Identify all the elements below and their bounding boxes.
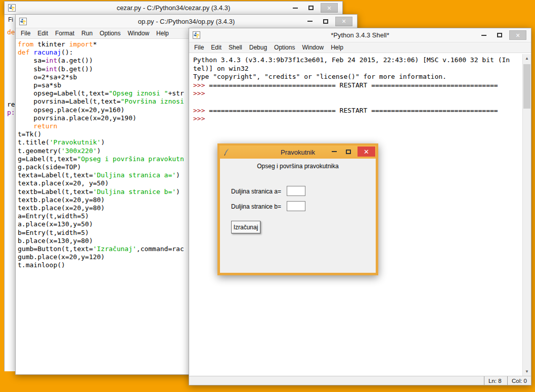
maximize-icon (346, 150, 351, 154)
pravokutnik-content: Opseg i površina pravokutnika Duljina st… (220, 159, 376, 272)
maximize-icon (308, 6, 314, 10)
shell-minimize-button[interactable] (478, 30, 490, 40)
idle-icon (8, 4, 16, 12)
editor-menu-file[interactable]: File (17, 29, 34, 38)
app-maximize-button[interactable] (343, 146, 353, 157)
pravokutnik-titlebar[interactable]: Pravokutnik ✕ (219, 145, 376, 159)
editor-menu-window[interactable]: Window (124, 29, 153, 38)
minimize-icon (481, 35, 486, 36)
editor-titlebar[interactable]: op.py - C:/Python34/op.py (3.4.3) × (16, 15, 357, 28)
entry-b[interactable] (287, 201, 305, 211)
shell-menu-window[interactable]: Window (298, 43, 327, 52)
shell-maximize-button[interactable] (494, 30, 506, 40)
cezar-window-edge: Fi de re p: (4, 15, 15, 371)
text-line: >>> (193, 89, 522, 98)
shell-menu-help[interactable]: Help (327, 43, 347, 52)
cezar-minimize-button[interactable] (289, 3, 301, 13)
app-minimize-button[interactable] (329, 146, 339, 157)
cezar-titlebar[interactable]: cezar.py - C:/Python34/cezar.py (3.4.3) … (5, 2, 342, 14)
text-line: >>> ================================ RES… (193, 81, 522, 90)
text-line: tel)] on win32 (193, 65, 522, 73)
cezar-code-fragment: p: (7, 109, 15, 116)
text-line: >>> ================================ RES… (193, 107, 522, 115)
cezar-file-menu-clipped[interactable]: Fi (8, 16, 13, 23)
text-line: Type "copyright", "credits" or "license(… (193, 73, 522, 81)
shell-menubar: FileEditShellDebugOptionsWindowHelp (189, 42, 531, 53)
text-line (193, 98, 522, 107)
editor-menu-format[interactable]: Format (52, 29, 78, 38)
cezar-window: cezar.py - C:/Python34/cezar.py (3.4.3) … (4, 1, 343, 15)
minimize-icon (332, 151, 337, 152)
tk-feather-icon (224, 148, 230, 156)
minimize-icon (293, 8, 298, 9)
status-col-indicator: Col: 0 (507, 376, 531, 385)
shell-menu-edit[interactable]: Edit (207, 43, 225, 52)
editor-maximize-button[interactable] (320, 17, 332, 26)
text-line: Python 3.4.3 (v3.4.3:9b73f1c3e601, Feb 2… (193, 56, 522, 65)
scroll-up-arrow[interactable]: ▲ (523, 54, 531, 63)
label-duljina-stranice-b: Duljina stranice b= (231, 203, 281, 210)
izracunaj-button[interactable]: Izračunaj (231, 221, 260, 233)
minimize-icon (307, 21, 313, 22)
editor-menu-edit[interactable]: Edit (34, 29, 52, 38)
shell-menu-file[interactable]: File (191, 43, 207, 52)
app-heading: Opseg i površina pravokutnika (220, 163, 376, 170)
pravokutnik-window: Pravokutnik ✕ Opseg i površina pravokutn… (217, 143, 378, 275)
shell-close-button[interactable]: × (509, 30, 526, 40)
shell-menu-shell[interactable]: Shell (225, 43, 246, 52)
shell-menu-options[interactable]: Options (271, 43, 298, 52)
idle-icon (19, 18, 27, 25)
scrollbar-thumb[interactable] (523, 64, 530, 109)
cezar-code-fragment: re (7, 101, 15, 108)
cezar-close-button[interactable]: × (321, 3, 338, 13)
shell-menu-debug[interactable]: Debug (246, 43, 271, 52)
shell-titlebar[interactable]: *Python 3.4.3 Shell* × (189, 28, 531, 42)
shell-scrollbar[interactable]: ▲ ▼ (522, 54, 531, 376)
status-line-indicator: Ln: 8 (484, 376, 507, 385)
editor-menu-help[interactable]: Help (153, 29, 172, 38)
maximize-icon (323, 19, 328, 24)
editor-close-button[interactable]: × (335, 17, 352, 26)
text-line: >>> (193, 115, 522, 123)
app-close-button[interactable]: ✕ (358, 146, 375, 157)
entry-a[interactable] (287, 186, 305, 196)
cezar-code-fragment: de (7, 28, 15, 36)
cezar-maximize-button[interactable] (305, 3, 317, 13)
editor-menu-options[interactable]: Options (96, 29, 124, 38)
shell-statusbar: Ln: 8 Col: 0 (189, 376, 531, 385)
editor-minimize-button[interactable] (304, 17, 316, 26)
idle-icon (193, 31, 200, 39)
label-duljina-stranica-a: Duljina stranica a= (231, 188, 281, 195)
maximize-icon (497, 33, 502, 37)
scroll-down-arrow[interactable]: ▼ (523, 367, 531, 376)
editor-menu-run[interactable]: Run (78, 29, 96, 38)
